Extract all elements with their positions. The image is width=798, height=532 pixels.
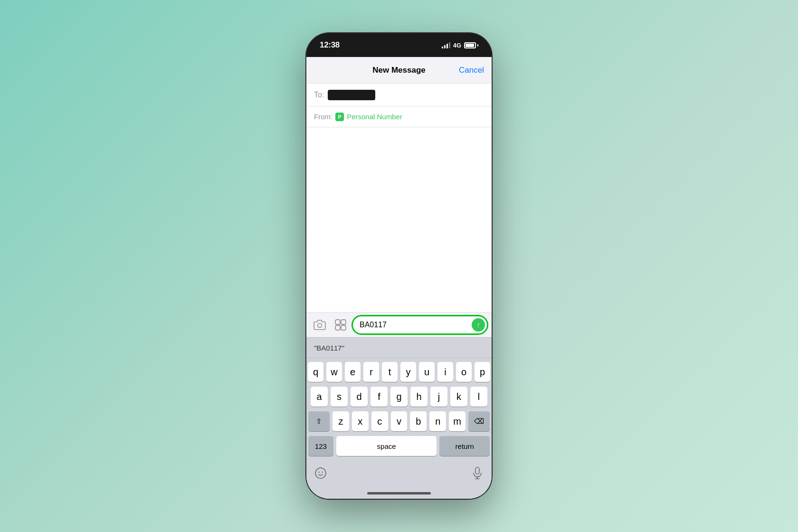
message-input-wrapper[interactable]: BA0117 ↑ [353,316,487,333]
personal-number-icon-letter: P [338,114,342,120]
key-n[interactable]: n [429,411,446,431]
message-compose-area: New Message Cancel To: From: P Personal … [306,57,492,499]
home-indicator [306,487,492,499]
microphone-icon [472,467,483,479]
keyboard-row-1: q w e r t y u i o p [308,362,490,382]
message-input-inner: BA0117 [353,316,487,333]
apps-icon [334,319,347,331]
personal-number-icon: P [335,113,344,121]
send-arrow-icon: ↑ [477,321,480,329]
key-g[interactable]: g [390,387,408,407]
key-i[interactable]: i [437,362,453,382]
key-z[interactable]: z [332,411,349,431]
battery-icon [464,42,478,48]
keyboard-row-4: 123 space return [308,436,490,456]
emoji-icon [314,467,327,479]
bottom-bar [306,463,492,487]
shift-key[interactable]: ⇧ [308,411,330,431]
signal-bars-icon [442,42,450,48]
status-time: 12:38 [320,40,340,50]
delete-key[interactable]: ⌫ [468,411,490,431]
key-w[interactable]: w [326,362,342,382]
key-s[interactable]: s [331,387,348,407]
to-label: To: [314,91,324,99]
key-j[interactable]: j [430,387,447,407]
svg-rect-4 [341,325,346,330]
input-toolbar: BA0117 ↑ [306,312,492,337]
key-q[interactable]: q [308,362,323,382]
message-input-text: BA0117 [360,321,468,329]
svg-point-0 [318,323,322,328]
key-o[interactable]: o [456,362,472,382]
svg-rect-3 [335,325,340,330]
home-bar [367,492,431,494]
status-icons: 4G [442,42,478,49]
autocomplete-bar: "BA0117" [306,337,492,358]
camera-icon [314,319,326,331]
cancel-button[interactable]: Cancel [459,66,484,75]
key-h[interactable]: h [410,387,428,407]
nav-bar: New Message Cancel [306,57,492,84]
from-label: From: [314,113,332,121]
key-m[interactable]: m [449,411,466,431]
network-type: 4G [453,42,461,49]
svg-rect-1 [335,320,340,324]
key-p[interactable]: p [475,362,490,382]
microphone-button[interactable] [471,466,484,480]
svg-point-7 [322,472,323,473]
key-t[interactable]: t [382,362,398,382]
key-u[interactable]: u [419,362,435,382]
autocomplete-suggestion[interactable]: "BA0117" [314,344,344,352]
phone-frame: 12:38 4G New Message Cancel [306,33,492,499]
key-v[interactable]: v [391,411,408,431]
key-d[interactable]: d [351,387,368,407]
apps-button[interactable] [332,316,349,333]
key-c[interactable]: c [371,411,388,431]
to-field[interactable]: To: [306,84,492,106]
key-x[interactable]: x [352,411,369,431]
key-l[interactable]: l [470,387,487,407]
key-f[interactable]: f [370,387,388,407]
send-button[interactable]: ↑ [472,318,485,332]
message-body[interactable] [306,127,492,312]
svg-rect-2 [341,320,346,324]
from-field[interactable]: From: P Personal Number [306,106,492,127]
status-bar: 12:38 4G [306,33,492,57]
keyboard-row-2: a s d f g h j k l [308,387,490,407]
numbers-key[interactable]: 123 [308,436,333,456]
from-value: Personal Number [347,113,402,121]
keyboard-row-3: ⇧ z x c v b n m ⌫ [308,411,490,431]
key-e[interactable]: e [345,362,361,382]
svg-point-5 [315,468,326,478]
key-y[interactable]: y [400,362,416,382]
key-b[interactable]: b [410,411,427,431]
key-r[interactable]: r [363,362,379,382]
to-redacted-value [328,90,375,100]
nav-title: New Message [372,66,426,75]
key-k[interactable]: k [450,387,467,407]
camera-button[interactable] [311,316,328,333]
space-key[interactable]: space [336,436,437,456]
svg-point-6 [318,472,319,473]
emoji-button[interactable] [314,466,327,480]
keyboard: q w e r t y u i o p a s d f g h j k [306,358,492,463]
key-a[interactable]: a [311,387,328,407]
svg-rect-8 [475,467,479,474]
return-key[interactable]: return [439,436,490,456]
